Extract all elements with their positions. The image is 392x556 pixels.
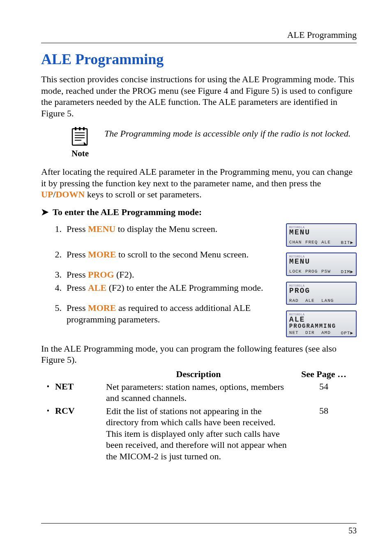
proc-arrow-icon: ➤ (41, 207, 48, 218)
lcd-line1: MENU (289, 257, 353, 266)
step-number: 5. (41, 302, 67, 326)
features-table: Description See Page … • NET Net paramet… (41, 369, 357, 462)
step-number: 4. (41, 282, 67, 294)
down-key: DOWN (55, 189, 85, 199)
lcd-line1: MENU (289, 228, 353, 236)
key-more-2: MORE (88, 303, 116, 313)
feature-page: 54 (291, 381, 357, 404)
step: 2. Press MORE to scroll to the second Me… (41, 249, 278, 261)
footer: 53 (41, 523, 357, 535)
col-seepage: See Page … (291, 369, 357, 380)
svg-rect-7 (83, 127, 85, 130)
feature-desc: Net parameters: station names, options, … (106, 381, 291, 404)
step: 4. Press ALE (F2) to enter the ALE Progr… (41, 282, 278, 294)
key-more: MORE (88, 249, 116, 259)
page-number: 53 (41, 526, 357, 535)
lcd-softkeys: NET DIR AMD OPT▶ (289, 330, 353, 336)
svg-rect-5 (75, 127, 76, 130)
step: 5. Press MORE as required to access addi… (41, 302, 278, 326)
lcd-softkeys: LOCK PROG PSW DIM▶ (289, 269, 353, 274)
features-intro: In the ALE Programming mode, you can pro… (41, 343, 357, 366)
note-icon (69, 125, 91, 148)
note-block: Note The Programming mode is accessible … (66, 125, 357, 159)
svg-rect-6 (79, 127, 81, 130)
feature-page: 58 (291, 405, 357, 462)
intro-paragraph: This section provides concise instructio… (41, 74, 357, 119)
after-note-pre: After locating the required ALE paramete… (41, 167, 353, 188)
lcd-softkeys: RAD ALE LANG (289, 298, 353, 303)
feature-row: • RCV Edit the list of stations not appe… (41, 405, 357, 462)
lcd-screen-prog: MOTOROLA PROG RAD ALE LANG (286, 282, 357, 305)
lcd-line1: ALE (289, 315, 353, 324)
bullet-icon: • (41, 381, 55, 392)
lcd-line1: PROG (289, 287, 353, 295)
up-key: UP (41, 189, 53, 199)
feature-row: • NET Net parameters: station names, opt… (41, 381, 357, 404)
step: 3. Press PROG (F2). (41, 269, 278, 281)
key-prog: PROG (88, 269, 114, 280)
page-title: ALE Programming (41, 51, 357, 68)
running-head: ALE Programming (41, 30, 357, 40)
note-label: Note (71, 148, 89, 159)
lcd-screen-menu1: MOTOROLA MENU CHAN FREQ ALE BIT▶ (286, 223, 357, 247)
screens-column: MOTOROLA MENU CHAN FREQ ALE BIT▶ MOTOROL… (286, 223, 357, 337)
procedure-heading: ➤ To enter the ALE Programming mode: (41, 207, 357, 218)
step-number: 3. (41, 269, 67, 281)
step: 1. Press MENU to display the Menu screen… (41, 223, 278, 235)
key-menu: MENU (88, 224, 115, 234)
steps-column: 1. Press MENU to display the Menu screen… (41, 223, 278, 337)
after-note-paragraph: After locating the required ALE paramete… (41, 166, 357, 200)
rule-top (41, 43, 357, 43)
lcd-line1b: PROGRAMMING (289, 323, 353, 329)
lcd-screen-menu2: MOTOROLA MENU LOCK PROG PSW DIM▶ (286, 253, 357, 276)
step-number: 2. (41, 249, 67, 261)
rule-bottom (41, 523, 357, 524)
lcd-softkeys: CHAN FREQ ALE BIT▶ (289, 240, 353, 245)
proc-title: To enter the ALE Programming mode: (53, 207, 202, 218)
features-header: Description See Page … (41, 369, 357, 380)
note-text: The Programming mode is accessible only … (104, 125, 357, 139)
lcd-screen-ale: MOTOROLA ALE PROGRAMMING NET DIR AMD OPT… (286, 310, 357, 337)
col-description: Description (106, 369, 291, 380)
after-note-post: keys to scroll or set parameters. (85, 189, 201, 199)
step-number: 1. (41, 223, 67, 235)
svg-rect-0 (72, 129, 87, 145)
feature-name: RCV (55, 405, 75, 416)
feature-name: NET (55, 381, 74, 392)
key-ale: ALE (88, 283, 106, 293)
bullet-icon: • (41, 405, 55, 416)
feature-desc: Edit the list of stations not appearing … (106, 405, 291, 462)
